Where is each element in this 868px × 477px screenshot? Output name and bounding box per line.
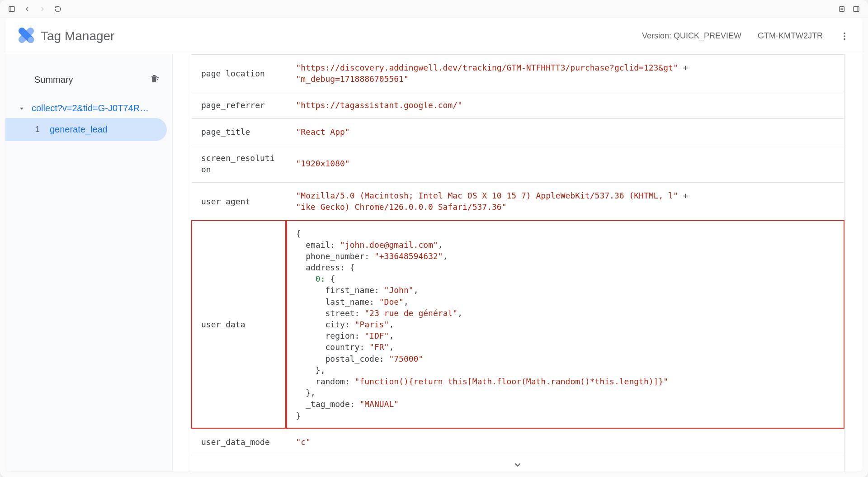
table-row: page_referrer "https://tagassistant.goog… (191, 92, 844, 118)
container-id: GTM-KMTW2JTR (758, 31, 823, 41)
version-label: Version: QUICK_PREVIEW (642, 31, 741, 41)
reader-icon[interactable] (837, 5, 846, 14)
svg-rect-5 (854, 6, 859, 11)
split-icon[interactable] (852, 5, 861, 14)
app-header: Tag Manager Version: QUICK_PREVIEW GTM-K… (5, 18, 863, 54)
caret-down-icon (18, 105, 25, 112)
request-label: collect?v=2&tid=G-J0T74R… (32, 103, 149, 113)
param-key: user_data_mode (191, 429, 286, 455)
param-key: page_title (191, 118, 286, 145)
param-key: user_data (191, 220, 286, 429)
gtm-logo-icon (18, 27, 34, 45)
param-value: "1920x1080" (286, 145, 844, 182)
param-value: "React App" (286, 118, 844, 145)
app-title: Tag Manager (41, 29, 114, 43)
clear-icon[interactable] (149, 73, 160, 86)
back-icon[interactable] (23, 5, 32, 14)
param-value: "https://tagassistant.google.com/" (286, 92, 844, 118)
table-row-highlighted: user_data { email: "john.doe@gmail.com",… (191, 220, 844, 429)
request-tree-item[interactable]: collect?v=2&tid=G-J0T74R… (5, 99, 172, 118)
svg-rect-14 (157, 79, 158, 80)
forward-icon (38, 5, 47, 14)
param-key: page_location (191, 55, 286, 92)
svg-point-10 (844, 32, 845, 34)
chevron-down-icon[interactable] (513, 461, 523, 472)
svg-point-9 (28, 37, 34, 43)
param-value: "Mozilla/5.0 (Macintosh; Intel Mac OS X … (286, 183, 844, 220)
main-panel: page_location "https://discovery.addingw… (173, 54, 863, 472)
param-key: page_referrer (191, 92, 286, 118)
table-row: user_data_mode "c" (191, 429, 844, 455)
event-row[interactable]: 1 generate_lead (5, 118, 167, 141)
summary-heading: Summary (34, 75, 73, 85)
reload-icon[interactable] (53, 5, 62, 14)
param-value: "c" (286, 429, 844, 455)
overflow-menu-icon[interactable] (839, 31, 850, 42)
param-value: "https://discovery.addingwell.dev/tracki… (286, 55, 844, 92)
param-key: user_agent (191, 183, 286, 220)
browser-toolbar (0, 0, 868, 18)
param-key: screen_resolution (191, 145, 286, 182)
svg-point-12 (844, 38, 845, 40)
panel-toggle-icon[interactable] (7, 5, 16, 14)
svg-point-11 (844, 35, 845, 37)
table-row: page_title "React App" (191, 118, 844, 145)
event-index: 1 (33, 125, 40, 134)
expand-row[interactable] (191, 455, 844, 472)
param-value: { email: "john.doe@gmail.com", phone_num… (286, 220, 844, 429)
event-name: generate_lead (50, 124, 108, 135)
sidebar: Summary collect?v=2&tid=G-J0T74R… 1 gene… (5, 54, 173, 472)
table-row: screen_resolution "1920x1080" (191, 145, 844, 182)
parameters-table: page_location "https://discovery.addingw… (191, 54, 844, 472)
table-row: page_location "https://discovery.addingw… (191, 55, 844, 92)
svg-rect-0 (9, 6, 14, 11)
svg-marker-15 (20, 108, 24, 110)
svg-rect-13 (157, 77, 159, 78)
table-row: user_agent "Mozilla/5.0 (Macintosh; Inte… (191, 183, 844, 220)
